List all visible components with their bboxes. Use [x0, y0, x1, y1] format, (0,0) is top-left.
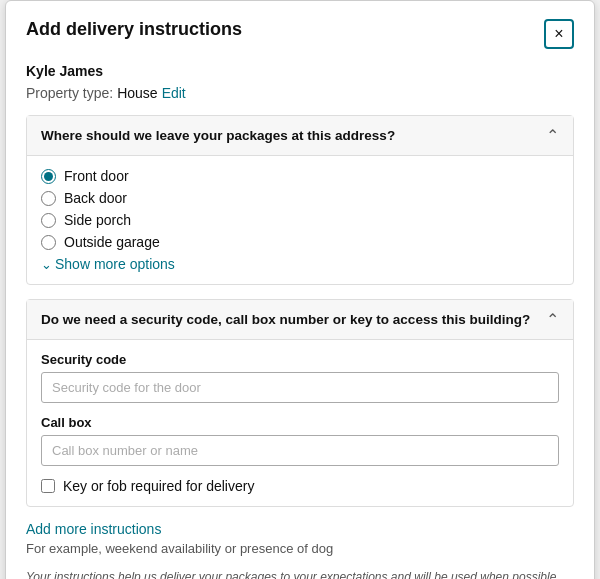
- security-section: Do we need a security code, call box num…: [26, 299, 574, 507]
- add-delivery-instructions-modal: Add delivery instructions × Kyle James P…: [5, 0, 595, 579]
- radio-back-door[interactable]: Back door: [41, 190, 559, 206]
- property-type-row: Property type: House Edit: [26, 85, 574, 101]
- radio-back-door-label: Back door: [64, 190, 127, 206]
- radio-front-door-label: Front door: [64, 168, 129, 184]
- package-location-header-text: Where should we leave your packages at t…: [41, 128, 395, 143]
- radio-outside-garage[interactable]: Outside garage: [41, 234, 559, 250]
- location-radio-group: Front door Back door Side porch Outside …: [41, 168, 559, 250]
- key-fob-checkbox[interactable]: [41, 479, 55, 493]
- security-body: Security code Call box Key or fob requir…: [27, 340, 573, 506]
- modal-header: Add delivery instructions ×: [26, 19, 574, 49]
- chevron-down-icon: ⌄: [41, 257, 52, 272]
- add-more-instructions-link[interactable]: Add more instructions: [26, 521, 574, 537]
- key-fob-checkbox-row: Key or fob required for delivery: [41, 478, 559, 494]
- radio-outside-garage-label: Outside garage: [64, 234, 160, 250]
- call-box-field: Call box: [41, 415, 559, 466]
- package-location-body: Front door Back door Side porch Outside …: [27, 156, 573, 284]
- close-icon: ×: [554, 25, 563, 43]
- close-button[interactable]: ×: [544, 19, 574, 49]
- security-code-field: Security code: [41, 352, 559, 403]
- call-box-label: Call box: [41, 415, 559, 430]
- key-fob-label: Key or fob required for delivery: [63, 478, 254, 494]
- show-more-options-link[interactable]: ⌄ Show more options: [41, 256, 559, 272]
- radio-back-door-input[interactable]: [41, 191, 56, 206]
- add-instructions-hint: For example, weekend availability or pre…: [26, 541, 574, 556]
- edit-property-link[interactable]: Edit: [162, 85, 186, 101]
- chevron-up-icon: ⌃: [546, 126, 559, 145]
- security-header-text: Do we need a security code, call box num…: [41, 312, 530, 327]
- chevron-up-icon-2: ⌃: [546, 310, 559, 329]
- radio-front-door[interactable]: Front door: [41, 168, 559, 184]
- radio-side-porch[interactable]: Side porch: [41, 212, 559, 228]
- radio-side-porch-input[interactable]: [41, 213, 56, 228]
- radio-outside-garage-input[interactable]: [41, 235, 56, 250]
- property-type-label: Property type:: [26, 85, 113, 101]
- security-code-label: Security code: [41, 352, 559, 367]
- package-location-header[interactable]: Where should we leave your packages at t…: [27, 116, 573, 156]
- call-box-input[interactable]: [41, 435, 559, 466]
- user-name: Kyle James: [26, 63, 574, 79]
- security-code-input[interactable]: [41, 372, 559, 403]
- security-header[interactable]: Do we need a security code, call box num…: [27, 300, 573, 340]
- disclaimer-text: Your instructions help us deliver your p…: [26, 570, 574, 579]
- package-location-section: Where should we leave your packages at t…: [26, 115, 574, 285]
- show-more-options-label: Show more options: [55, 256, 175, 272]
- radio-side-porch-label: Side porch: [64, 212, 131, 228]
- radio-front-door-input[interactable]: [41, 169, 56, 184]
- property-type-value: House: [117, 85, 157, 101]
- modal-title: Add delivery instructions: [26, 19, 242, 40]
